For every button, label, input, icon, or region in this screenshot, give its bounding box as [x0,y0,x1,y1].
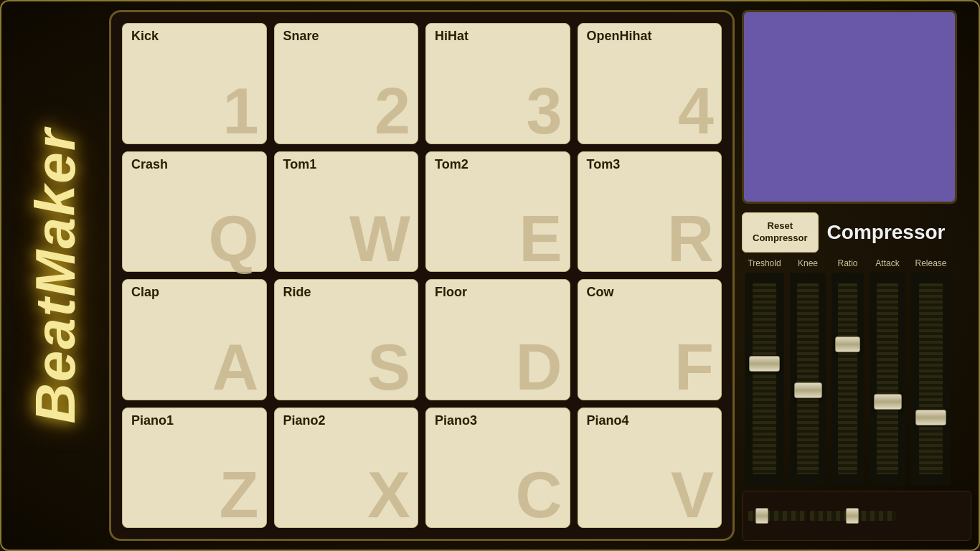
bottom-thumb-2[interactable] [846,508,859,524]
pad-cow[interactable]: CowF [578,279,722,400]
compressor-section: ResetCompressor Compressor Treshold Knee… [742,212,971,541]
pad-name-piano1: Piano1 [131,414,174,427]
pad-piano2[interactable]: Piano2X [274,408,419,529]
pad-key-piano1: Z [220,463,259,527]
pad-name-floor: Floor [435,286,467,298]
pad-ride[interactable]: RideS [274,279,419,400]
pad-key-crash: Q [208,207,258,271]
pad-key-tom1: W [349,207,410,271]
pad-tom3[interactable]: Tom3R [578,151,722,273]
pad-key-snare: 2 [374,79,410,143]
slider-release-thumb[interactable] [915,410,946,425]
reset-compressor-button[interactable]: ResetCompressor [742,212,819,253]
pad-name-tom2: Tom2 [435,158,468,171]
slider-knee[interactable] [790,273,826,485]
pad-crash[interactable]: CrashQ [122,151,267,273]
pad-grid: Kick1Snare2HiHat3OpenHihat4CrashQTom1WTo… [109,10,735,541]
bottom-controls [742,491,971,541]
pad-key-tom2: E [519,207,562,271]
label-release: Release [911,258,951,268]
label-knee: Knee [790,258,826,268]
pad-key-cow: F [674,335,714,400]
slider-ratio-thumb[interactable] [835,336,860,352]
pad-name-snare: Snare [283,29,319,42]
sliders-section: Treshold Knee Ratio Attack Release [742,258,971,485]
slider-treshold-thumb[interactable] [749,356,780,372]
label-attack: Attack [870,258,905,268]
pad-name-piano2: Piano2 [283,414,326,427]
pad-hihat[interactable]: HiHat3 [425,23,570,144]
pad-piano3[interactable]: Piano3C [425,408,570,529]
pad-name-hihat: HiHat [435,29,468,42]
slider-treshold[interactable] [745,273,784,485]
pad-tom2[interactable]: Tom2E [425,151,570,273]
pad-key-piano2: X [367,463,410,527]
pad-key-openhihat: 4 [678,79,714,143]
app-title: BeatMaker [23,128,88,424]
pad-kick[interactable]: Kick1 [122,23,267,144]
slider-attack-thumb[interactable] [874,394,902,410]
pad-snare[interactable]: Snare2 [274,23,419,144]
slider-labels: Treshold Knee Ratio Attack Release [742,258,971,268]
bottom-groove-1[interactable] [748,511,806,521]
slider-attack[interactable] [870,273,905,485]
slider-release[interactable] [911,273,951,485]
pad-name-crash: Crash [131,158,168,171]
slider-release-groove [919,283,943,475]
sliders-row [742,273,971,485]
slider-ratio[interactable] [831,273,864,485]
bottom-groove-2[interactable] [810,511,896,521]
pad-piano4[interactable]: Piano4V [578,408,722,529]
label-treshold: Treshold [745,258,784,268]
pad-key-kick: 1 [222,79,258,143]
pad-openhihat[interactable]: OpenHihat4 [578,23,722,144]
title-area: BeatMaker [9,10,102,541]
pad-key-clap: A [212,335,259,400]
slider-attack-groove [877,283,898,475]
pad-key-piano4: V [671,463,714,527]
pad-key-ride: S [367,335,410,400]
pad-key-tom3: R [667,207,714,271]
bottom-slider-2 [810,511,896,521]
pad-name-openhihat: OpenHihat [587,29,652,42]
slider-knee-thumb[interactable] [794,382,822,398]
pad-name-tom3: Tom3 [587,158,621,171]
pad-name-piano4: Piano4 [587,414,629,427]
compressor-title: Compressor [827,221,946,244]
pad-name-piano3: Piano3 [435,414,477,427]
compressor-header: ResetCompressor Compressor [742,212,971,253]
pad-name-clap: Clap [131,286,159,298]
pad-clap[interactable]: ClapA [122,279,267,400]
app-container: BeatMaker Kick1Snare2HiHat3OpenHihat4Cra… [0,0,980,551]
pad-tom1[interactable]: Tom1W [274,151,419,273]
bottom-slider-1 [748,511,806,521]
pad-name-kick: Kick [131,29,159,42]
pad-floor[interactable]: FloorD [425,279,570,400]
pad-key-piano3: C [516,463,562,527]
bottom-thumb-1[interactable] [755,508,768,524]
slider-knee-groove [797,283,819,475]
pad-key-floor: D [516,335,562,400]
pad-name-tom1: Tom1 [283,158,317,171]
right-panel: ResetCompressor Compressor Treshold Knee… [742,10,971,541]
pad-key-hihat: 3 [526,79,562,143]
visualizer-display [744,12,955,202]
pad-name-ride: Ride [283,286,311,298]
slider-ratio-groove [838,283,857,475]
slider-treshold-groove [753,283,776,475]
label-ratio: Ratio [831,258,864,268]
visualizer [742,10,957,204]
pad-name-cow: Cow [587,286,614,298]
pad-piano1[interactable]: Piano1Z [122,408,267,529]
